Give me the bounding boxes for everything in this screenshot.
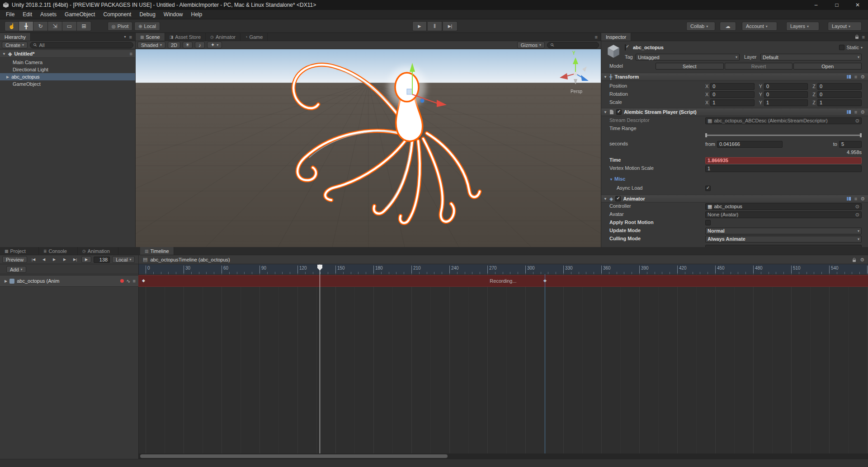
shading-mode-dropdown[interactable]: Shaded ▾ bbox=[137, 42, 165, 48]
menu-debug[interactable]: Debug bbox=[135, 10, 159, 19]
gear-icon[interactable]: ⚙ bbox=[860, 257, 864, 263]
preset-icon[interactable]: ≡ bbox=[854, 196, 857, 201]
alembic-header[interactable]: ▼ Alembic Stream Player (Script) ≡ ⚙ bbox=[601, 108, 868, 116]
animator-header[interactable]: ▼ ◈ Animator ≡ ⚙ bbox=[601, 195, 868, 203]
gear-icon[interactable]: ⚙ bbox=[860, 109, 865, 115]
goto-start-icon[interactable]: |◀ bbox=[29, 257, 38, 262]
misc-foldout[interactable]: ▼ Misc bbox=[609, 176, 625, 182]
avatar-field[interactable]: None (Avatar) ⊙ bbox=[705, 211, 862, 218]
gear-icon[interactable]: ⚙ bbox=[860, 196, 865, 202]
scene-effects-dropdown[interactable]: ✦ ▾ bbox=[207, 42, 222, 48]
step-button[interactable]: ▶| bbox=[443, 21, 458, 31]
foldout-closed-icon[interactable]: ▶ bbox=[5, 279, 7, 283]
tab-scene[interactable]: ▦ Scene bbox=[136, 33, 165, 41]
hierarchy-search-input[interactable]: ⚲ All bbox=[30, 42, 133, 48]
maximize-button[interactable]: □ bbox=[826, 0, 847, 10]
hierarchy-item-gameobject[interactable]: GameObject bbox=[0, 80, 135, 88]
panel-menu-icon[interactable]: ≡ bbox=[129, 34, 132, 40]
tab-asset-store[interactable]: ◨ Asset Store bbox=[165, 33, 206, 41]
next-frame-icon[interactable]: ▶ bbox=[61, 257, 69, 262]
component-enabled-checkbox[interactable] bbox=[615, 196, 621, 201]
help-book-icon[interactable] bbox=[846, 75, 851, 79]
scene-foldout[interactable]: ▼ ◈ Untitled* ≡ bbox=[0, 50, 135, 58]
menu-gameobject[interactable]: GameObject bbox=[61, 10, 99, 19]
tab-game[interactable]: ◔ Game bbox=[241, 33, 268, 41]
timeline-body[interactable] bbox=[138, 274, 868, 453]
stream-descriptor-field[interactable]: ▦ abc_octopus_ABCDesc (AlembicStreamDesc… bbox=[705, 117, 862, 124]
scene-viewport[interactable]: Y Persp bbox=[136, 49, 601, 247]
play-range-button[interactable]: ▶ bbox=[81, 256, 91, 263]
tab-timeline[interactable]: ▥ Timeline bbox=[140, 247, 174, 255]
preview-toggle-button[interactable]: Preview bbox=[2, 256, 27, 263]
rotation-y-field[interactable]: 0 bbox=[764, 91, 808, 98]
panel-menu-icon[interactable]: ≡ bbox=[862, 34, 865, 40]
hierarchy-item-main-camera[interactable]: Main Camera bbox=[0, 59, 135, 66]
scene-audio-button[interactable]: ♪ bbox=[195, 42, 205, 48]
close-button[interactable]: ✕ bbox=[847, 0, 868, 10]
slider-max-handle[interactable] bbox=[860, 133, 862, 137]
position-x-field[interactable]: 0 bbox=[710, 83, 754, 90]
toggle-2d-button[interactable]: 2D bbox=[168, 42, 180, 48]
layer-dropdown[interactable]: Default ▾ bbox=[760, 54, 862, 61]
lock-icon[interactable] bbox=[855, 35, 859, 39]
tab-project[interactable]: ▦ Project bbox=[0, 247, 39, 255]
keyframe-icon[interactable]: ◆ bbox=[142, 278, 145, 283]
object-picker-icon[interactable]: ⊙ bbox=[855, 118, 859, 124]
apply-root-motion-checkbox[interactable] bbox=[705, 220, 711, 225]
play-icon[interactable]: ▶ bbox=[50, 257, 58, 262]
gear-icon[interactable]: ⚙ bbox=[860, 74, 865, 80]
object-name[interactable]: abc_octopus bbox=[633, 45, 664, 50]
vertex-motion-scale-field[interactable]: 1 bbox=[705, 165, 862, 172]
scene-menu-icon[interactable]: ≡ bbox=[130, 51, 135, 56]
pivot-toggle-button[interactable]: ◎ Pivot bbox=[108, 22, 132, 31]
space-toggle-button[interactable]: ⊕ Local bbox=[134, 22, 160, 31]
menu-file[interactable]: File bbox=[2, 10, 19, 19]
previous-frame-icon[interactable]: ◀ bbox=[40, 257, 48, 262]
minimize-button[interactable]: – bbox=[806, 0, 826, 10]
foldout-closed-icon[interactable]: ▶ bbox=[6, 75, 9, 79]
controller-field[interactable]: ▦ abc_octopus ⊙ bbox=[705, 203, 862, 210]
rotate-tool-button[interactable]: ↻ bbox=[33, 21, 48, 31]
object-picker-icon[interactable]: ⊙ bbox=[855, 204, 859, 210]
rect-tool-button[interactable]: ▭ bbox=[62, 21, 77, 31]
tab-animation[interactable]: ◷ Animation bbox=[78, 247, 118, 255]
static-checkbox[interactable] bbox=[839, 45, 844, 50]
object-picker-icon[interactable]: ⊙ bbox=[855, 212, 859, 218]
foldout-open-icon[interactable]: ▼ bbox=[604, 75, 607, 79]
curves-icon[interactable]: ∿ bbox=[126, 278, 130, 284]
menu-assets[interactable]: Assets bbox=[36, 10, 61, 19]
preset-icon[interactable]: ≡ bbox=[854, 109, 857, 115]
active-checkbox[interactable] bbox=[625, 44, 626, 51]
record-icon[interactable] bbox=[120, 279, 124, 283]
tab-animator[interactable]: ◷ Animator bbox=[206, 33, 241, 41]
scale-tool-button[interactable]: ⇲ bbox=[48, 21, 62, 31]
model-select-button[interactable]: Select bbox=[656, 63, 724, 70]
panel-menu-icon[interactable]: ≡ bbox=[595, 34, 598, 40]
position-y-field[interactable]: 0 bbox=[764, 83, 808, 90]
track-menu-icon[interactable]: ≡ bbox=[133, 278, 136, 284]
pause-button[interactable]: ‖ bbox=[428, 21, 442, 31]
projection-label[interactable]: Persp bbox=[561, 89, 592, 94]
account-dropdown[interactable]: Account ▾ bbox=[742, 22, 777, 31]
hierarchy-item-directional-light[interactable]: Directional Light bbox=[0, 66, 135, 73]
tab-inspector[interactable]: Inspector bbox=[601, 33, 631, 41]
hscrollbar-handle[interactable] bbox=[140, 454, 448, 458]
help-book-icon[interactable] bbox=[846, 196, 851, 201]
layout-dropdown[interactable]: Layout ▾ bbox=[828, 22, 862, 31]
foldout-open-icon[interactable]: ▼ bbox=[609, 177, 613, 182]
time-range-slider[interactable] bbox=[705, 133, 862, 137]
transform-tool-button[interactable]: ⊞ bbox=[77, 21, 91, 31]
scale-y-field[interactable]: 1 bbox=[764, 99, 808, 106]
timeline-breadcrumb[interactable]: ▤ abc_octopusTimeline (abc_octopus) bbox=[143, 257, 230, 262]
layers-dropdown[interactable]: Layers ▾ bbox=[786, 22, 819, 31]
add-track-button[interactable]: Add ▾ bbox=[6, 266, 26, 273]
async-load-checkbox[interactable] bbox=[705, 186, 711, 191]
scale-x-field[interactable]: 1 bbox=[710, 99, 754, 106]
time-field[interactable]: 1.866935 bbox=[705, 157, 862, 164]
current-frame-field[interactable]: 138 bbox=[94, 257, 110, 263]
foldout-open-icon[interactable]: ▼ bbox=[2, 52, 6, 56]
static-toggle[interactable]: Static ▾ bbox=[839, 45, 863, 50]
timeline-ruler[interactable]: 0306090120150180210240270300330360390420… bbox=[138, 264, 868, 274]
foldout-open-icon[interactable]: ▼ bbox=[604, 197, 607, 201]
menu-component[interactable]: Component bbox=[99, 10, 135, 19]
